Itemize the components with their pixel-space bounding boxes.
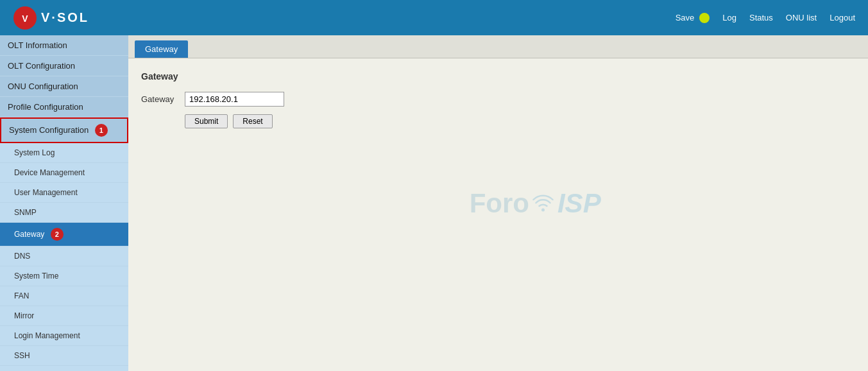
tab-bar: Gateway — [128, 35, 868, 58]
save-area: Save — [676, 13, 710, 23]
status-link[interactable]: Status — [749, 13, 773, 22]
log-link[interactable]: Log — [722, 13, 736, 22]
sidebar-item-olt-configuration[interactable]: OLT Configuration — [0, 56, 128, 76]
logo-area: V V·SOL — [13, 5, 90, 31]
svg-point-2 — [541, 208, 545, 211]
section-title: Gateway — [141, 71, 855, 82]
gateway-form-row: Gateway — [141, 92, 855, 107]
sidebar-item-ssh[interactable]: SSH — [0, 346, 128, 366]
main-layout: OLT Information OLT Configuration ONU Co… — [0, 35, 868, 371]
logout-link[interactable]: Logout — [830, 13, 855, 22]
sidebar-item-snmp[interactable]: SNMP — [0, 203, 128, 223]
sidebar-item-login-management[interactable]: Login Management — [0, 326, 128, 346]
gateway-input[interactable] — [185, 92, 284, 107]
save-button[interactable]: Save — [676, 13, 695, 22]
sidebar-item-device-management[interactable]: Device Management — [0, 163, 128, 183]
system-config-badge: 1 — [95, 124, 108, 137]
sidebar-item-system-time[interactable]: System Time — [0, 266, 128, 286]
status-indicator — [699, 13, 710, 23]
header-right: Save Log Status ONU list Logout — [676, 13, 855, 23]
sidebar: OLT Information OLT Configuration ONU Co… — [0, 35, 128, 371]
svg-text:V: V — [22, 13, 28, 24]
sidebar-item-gateway[interactable]: Gateway 2 — [0, 223, 128, 246]
reset-button[interactable]: Reset — [233, 114, 272, 128]
content-area: Gateway Gateway Gateway Submit Reset For… — [128, 35, 868, 371]
sidebar-item-diagnose[interactable]: Diagnose — [0, 366, 128, 371]
watermark-foro: Foro — [470, 188, 529, 219]
sidebar-item-user-management[interactable]: User Management — [0, 183, 128, 203]
sidebar-item-system-configuration[interactable]: System Configuration 1 — [0, 117, 128, 143]
header: V V·SOL Save Log Status ONU list Logout — [0, 0, 868, 35]
sidebar-item-mirror[interactable]: Mirror — [0, 306, 128, 326]
onu-list-link[interactable]: ONU list — [786, 13, 817, 22]
logo-text: V·SOL — [41, 10, 89, 25]
watermark-wifi-icon — [531, 191, 556, 216]
vsol-logo-icon: V — [13, 6, 37, 30]
sidebar-item-onu-configuration[interactable]: ONU Configuration — [0, 76, 128, 97]
logo: V V·SOL — [13, 5, 90, 31]
sidebar-item-system-log[interactable]: System Log — [0, 143, 128, 163]
button-row: Submit Reset — [185, 114, 855, 128]
content-body: Gateway Gateway Submit Reset — [128, 58, 868, 149]
watermark-isp: ISP — [557, 188, 601, 219]
gateway-label: Gateway — [141, 94, 180, 104]
gateway-tab[interactable]: Gateway — [135, 40, 188, 58]
gateway-badge: 2 — [51, 228, 64, 241]
sidebar-item-fan[interactable]: FAN — [0, 286, 128, 306]
watermark: Foro ISP — [470, 188, 601, 219]
sidebar-item-olt-information[interactable]: OLT Information — [0, 35, 128, 56]
sidebar-item-dns[interactable]: DNS — [0, 246, 128, 266]
sidebar-item-profile-configuration[interactable]: Profile Configuration — [0, 97, 128, 117]
submit-button[interactable]: Submit — [185, 114, 228, 128]
